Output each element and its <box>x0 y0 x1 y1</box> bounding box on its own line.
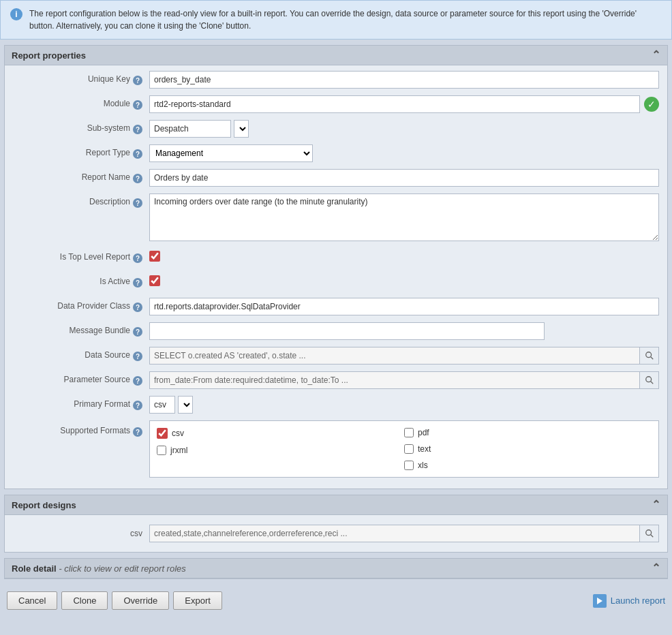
report-designs-collapse-icon[interactable]: ⌃ <box>652 499 660 510</box>
unique-key-row: Unique Key ? <box>13 71 659 90</box>
message-bundle-help-icon[interactable]: ? <box>133 327 142 337</box>
message-bundle-row: Message Bundle ? <box>13 322 659 341</box>
parameter-source-input-row <box>149 371 659 389</box>
info-banner-text: The report configuration below is the re… <box>29 7 662 32</box>
parameter-source-help-icon[interactable]: ? <box>133 376 142 386</box>
role-detail-collapse-icon[interactable]: ⌃ <box>652 563 660 574</box>
is-active-control <box>149 273 659 286</box>
report-type-control: Management Operational Summary <box>149 144 659 162</box>
data-source-input[interactable] <box>149 347 640 365</box>
collapse-icon[interactable]: ⌃ <box>652 50 660 61</box>
designs-csv-value <box>149 525 659 542</box>
description-label: Description ? <box>13 193 149 208</box>
formats-grid: csv jrxml pdf <box>149 420 659 478</box>
cancel-button[interactable]: Cancel <box>7 591 57 610</box>
is-top-level-help-icon[interactable]: ? <box>133 253 142 263</box>
report-type-select[interactable]: Management Operational Summary <box>149 144 313 162</box>
svg-point-2 <box>645 377 651 382</box>
primary-format-help-icon[interactable]: ? <box>133 401 142 410</box>
primary-format-dropdown[interactable]: ▾ <box>178 396 193 414</box>
clone-button[interactable]: Clone <box>61 591 108 610</box>
format-text-label: text <box>418 444 431 454</box>
report-name-input[interactable] <box>149 169 659 187</box>
module-row: Module ? ✓ <box>13 95 659 114</box>
format-pdf-label: pdf <box>418 428 429 437</box>
export-button[interactable]: Export <box>173 591 222 610</box>
role-detail-link[interactable]: click to view or edit report roles <box>64 563 185 574</box>
bottom-bar: Cancel Clone Override Export Launch repo… <box>0 585 672 617</box>
supported-formats-help-icon[interactable]: ? <box>133 427 142 437</box>
is-top-level-label: Is Top Level Report ? <box>13 249 149 263</box>
designs-csv-search-button[interactable] <box>640 525 659 542</box>
report-name-help-icon[interactable]: ? <box>133 174 142 183</box>
parameter-source-row: Parameter Source ? <box>13 371 659 390</box>
designs-csv-label: csv <box>13 529 149 538</box>
is-top-level-checkbox[interactable] <box>149 251 160 262</box>
subsystem-help-icon[interactable]: ? <box>133 125 142 134</box>
subsystem-row: Sub-system ? ▾ <box>13 120 659 139</box>
unique-key-help-icon[interactable]: ? <box>133 76 142 85</box>
description-textarea[interactable] <box>149 193 659 241</box>
module-control: ✓ <box>149 95 659 113</box>
data-source-control <box>149 347 659 365</box>
launch-report-label[interactable]: Launch report <box>611 595 665 606</box>
designs-input-row <box>149 525 659 542</box>
is-active-help-icon[interactable]: ? <box>133 278 142 288</box>
subsystem-input <box>149 120 231 138</box>
format-text-checkbox[interactable] <box>404 444 414 454</box>
format-csv-checkbox[interactable] <box>157 428 168 439</box>
report-name-row: Report Name ? <box>13 169 659 188</box>
data-source-search-button[interactable] <box>640 347 659 365</box>
action-buttons: Cancel Clone Override Export <box>7 591 222 610</box>
is-top-level-control <box>149 249 659 262</box>
role-detail-header[interactable]: Role detail - click to view or edit repo… <box>5 559 667 578</box>
data-provider-input[interactable] <box>149 298 659 315</box>
svg-point-4 <box>645 530 651 536</box>
format-xls: xls <box>404 461 652 470</box>
parameter-source-input[interactable] <box>149 371 640 389</box>
unique-key-input[interactable] <box>149 71 659 89</box>
format-jrxml-checkbox[interactable] <box>157 446 166 455</box>
svg-point-0 <box>645 352 651 358</box>
description-help-icon[interactable]: ? <box>133 198 142 208</box>
primary-format-row: Primary Format ? ▾ <box>13 396 659 415</box>
svg-line-3 <box>650 382 653 384</box>
subsystem-dropdown[interactable]: ▾ <box>234 120 249 138</box>
parameter-source-control <box>149 371 659 389</box>
primary-format-select-row: ▾ <box>149 396 659 414</box>
data-source-label: Data Source ? <box>13 347 149 361</box>
report-type-help-icon[interactable]: ? <box>133 149 142 159</box>
report-type-row: Report Type ? Management Operational Sum… <box>13 144 659 164</box>
search-icon <box>645 375 654 385</box>
format-xls-checkbox[interactable] <box>404 461 414 470</box>
format-csv: csv <box>157 428 404 439</box>
designs-csv-input[interactable] <box>149 525 640 542</box>
format-jrxml-label: jrxml <box>170 446 187 455</box>
designs-csv-row: csv <box>13 521 659 546</box>
subsystem-label: Sub-system ? <box>13 120 149 134</box>
data-source-help-icon[interactable]: ? <box>133 352 142 361</box>
launch-report-link[interactable]: Launch report <box>593 594 665 608</box>
is-active-checkbox[interactable] <box>149 275 160 286</box>
search-icon <box>645 351 654 360</box>
report-name-label: Report Name ? <box>13 169 149 183</box>
svg-marker-6 <box>597 598 602 604</box>
format-pdf-checkbox[interactable] <box>404 428 414 437</box>
parameter-source-search-button[interactable] <box>640 371 659 389</box>
svg-line-5 <box>650 535 653 538</box>
role-detail-panel[interactable]: Role detail - click to view or edit repo… <box>4 558 668 579</box>
unique-key-label: Unique Key ? <box>13 71 149 85</box>
format-pdf: pdf <box>404 428 652 437</box>
module-help-icon[interactable]: ? <box>133 100 142 110</box>
supported-formats-label: Supported Formats ? <box>13 420 149 437</box>
message-bundle-input[interactable] <box>149 322 545 340</box>
override-button[interactable]: Override <box>112 591 169 610</box>
report-properties-title: Report properties <box>12 50 86 61</box>
module-input[interactable] <box>149 95 640 113</box>
format-csv-label: csv <box>172 429 184 438</box>
message-bundle-label: Message Bundle ? <box>13 322 149 337</box>
svg-line-1 <box>650 357 653 360</box>
subsystem-control: ▾ <box>149 120 659 138</box>
data-provider-help-icon[interactable]: ? <box>133 303 142 312</box>
module-valid-icon: ✓ <box>644 97 659 112</box>
